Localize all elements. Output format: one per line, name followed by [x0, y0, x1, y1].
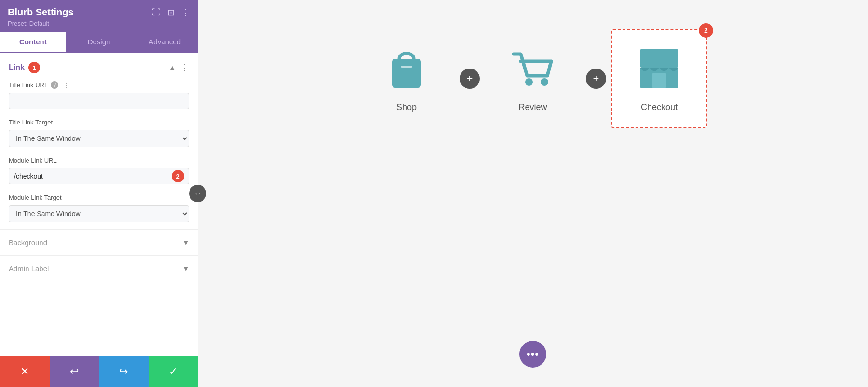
svg-rect-7 — [640, 49, 678, 56]
svg-point-2 — [525, 78, 533, 86]
link-section-title: Link 1 — [9, 62, 40, 73]
title-link-target-group: Title Link Target In The Same Window In … — [0, 116, 198, 154]
expand-icon[interactable]: ⛶ — [152, 7, 161, 17]
help-icon[interactable]: ? — [51, 81, 58, 89]
add-button-2[interactable]: + — [586, 69, 606, 89]
review-label: Review — [518, 102, 547, 112]
more-options-button[interactable]: ••• — [519, 341, 546, 368]
redo-button[interactable]: ↪ — [99, 356, 149, 387]
background-chevron-down-icon[interactable]: ▼ — [182, 239, 189, 247]
checkout-icon — [635, 44, 683, 93]
svg-rect-0 — [392, 59, 421, 88]
header-icons: ⛶ ⊡ ⋮ — [152, 7, 190, 18]
svg-rect-1 — [401, 66, 412, 68]
shop-icon — [382, 44, 431, 93]
background-section[interactable]: Background ▼ — [0, 229, 198, 255]
tab-content[interactable]: Content — [0, 32, 66, 53]
title-link-url-input[interactable] — [9, 93, 189, 109]
tab-advanced[interactable]: Advanced — [132, 32, 198, 53]
undo-button[interactable]: ↩ — [50, 356, 99, 387]
sidebar-header: Blurb Settings ⛶ ⊡ ⋮ Preset: Default — [0, 0, 198, 32]
cancel-button[interactable]: ✕ — [0, 356, 50, 387]
link-section-header: Link 1 ▲ ⋮ — [0, 53, 198, 78]
field-more-icon[interactable]: ⋮ — [63, 82, 69, 89]
admin-label-label: Admin Label — [9, 264, 49, 273]
module-link-url-group: Module Link URL 2 — [0, 154, 198, 191]
resize-handle[interactable]: ↔ — [189, 185, 206, 202]
sidebar-title: Blurb Settings — [8, 7, 74, 18]
title-link-target-select[interactable]: In The Same Window In A New Tab — [9, 130, 189, 147]
link-badge: 1 — [28, 62, 40, 73]
module-link-url-label: Module Link URL — [9, 157, 189, 164]
save-button[interactable]: ✓ — [149, 356, 198, 387]
preset-label[interactable]: Preset: Default — [8, 20, 190, 27]
checkout-badge: 2 — [699, 23, 713, 38]
title-link-url-group: Title Link URL ? ⋮ — [0, 78, 198, 116]
svg-rect-4 — [640, 54, 678, 68]
module-link-target-select[interactable]: In The Same Window In A New Tab — [9, 205, 189, 222]
review-icon — [509, 44, 557, 93]
sidebar: Blurb Settings ⛶ ⊡ ⋮ Preset: Default Con… — [0, 0, 198, 387]
link-section-icons: ▲ ⋮ — [169, 62, 189, 73]
sidebar-content: Link 1 ▲ ⋮ Title Link URL ? ⋮ Title Link… — [0, 53, 198, 356]
link-options-icon[interactable]: ⋮ — [180, 62, 189, 73]
shop-label: Shop — [396, 102, 417, 112]
blurbs-row: Shop + Review + 2 — [268, 29, 798, 128]
sidebar-footer: ✕ ↩ ↪ ✓ — [0, 356, 198, 387]
module-link-url-wrapper: 2 — [9, 168, 189, 184]
link-label: Link — [9, 63, 25, 72]
add-button-1[interactable]: + — [460, 69, 480, 89]
blurb-shop[interactable]: Shop — [358, 30, 455, 127]
svg-point-3 — [541, 78, 548, 86]
checkout-label: Checkout — [641, 102, 678, 112]
main-canvas: Shop + Review + 2 — [198, 0, 868, 387]
columns-icon[interactable]: ⊡ — [167, 7, 175, 18]
link-chevron-up-icon[interactable]: ▲ — [169, 64, 176, 71]
blurb-review[interactable]: Review — [485, 30, 581, 127]
blurb-checkout[interactable]: 2 Checkout — [611, 29, 707, 128]
tabs-bar: Content Design Advanced — [0, 32, 198, 53]
title-link-target-label: Title Link Target — [9, 119, 189, 126]
more-icon[interactable]: ⋮ — [181, 7, 190, 18]
tab-design[interactable]: Design — [66, 32, 132, 53]
module-link-target-label: Module Link Target — [9, 194, 189, 201]
module-link-target-group: Module Link Target In The Same Window In… — [0, 191, 198, 229]
title-link-url-label: Title Link URL ? ⋮ — [9, 81, 189, 89]
background-label: Background — [9, 238, 47, 247]
admin-label-chevron-down-icon[interactable]: ▼ — [182, 265, 189, 273]
module-link-url-input[interactable] — [9, 168, 189, 184]
admin-label-section[interactable]: Admin Label ▼ — [0, 255, 198, 281]
module-link-url-badge: 2 — [172, 170, 184, 182]
svg-rect-6 — [652, 73, 666, 88]
